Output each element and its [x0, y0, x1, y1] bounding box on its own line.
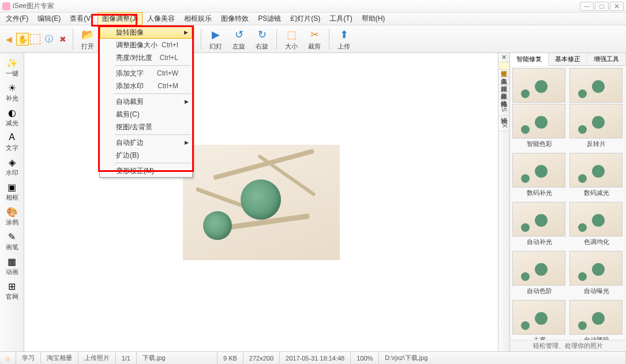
leftbar-补光[interactable]: ☀补光: [2, 80, 23, 104]
menu-item[interactable]: 添加文字Ctrl+W: [100, 67, 192, 80]
menu-item[interactable]: 自动裁剪▶: [100, 95, 192, 108]
status-3: 1/1: [116, 352, 137, 364]
menu-item[interactable]: 裁剪(C): [100, 108, 192, 121]
leftbar-动画[interactable]: ▦动画: [2, 254, 23, 277]
effect-thumb[interactable]: [569, 68, 623, 103]
image-adjust-menu: 旋转图像▶调整图像大小Ctrl+I亮度/对比度Ctrl+L添加文字Ctrl+W添…: [99, 25, 193, 178]
toolbar-icon: ⬚: [284, 28, 298, 42]
leftbar-label: 相框: [6, 193, 18, 202]
effect-label: 智能色彩: [512, 138, 567, 152]
leftbar-一键[interactable]: ✨一键: [2, 55, 23, 79]
panel-tabs: 智能修复基本修正增强工具: [510, 53, 626, 66]
status-home-icon[interactable]: ⌂: [0, 352, 16, 364]
maximize-button[interactable]: □: [595, 2, 609, 11]
panel-close-icon[interactable]: ✕: [498, 53, 509, 62]
menu-9[interactable]: 工具(T): [325, 12, 357, 25]
status-1[interactable]: 淘宝相册: [41, 352, 78, 364]
tool-delete[interactable]: ✖: [57, 33, 69, 46]
effect-thumb[interactable]: [512, 153, 565, 187]
menu-7[interactable]: PS滤镜: [253, 12, 286, 25]
vtab-4[interactable]: 风格特效: [498, 92, 509, 100]
effect-thumb[interactable]: [512, 104, 565, 138]
menu-item[interactable]: 旋转图像▶: [100, 26, 192, 39]
rptab-2[interactable]: 增强工具: [587, 53, 626, 65]
right-panel: ✕ 照片修复人像美容相框娱乐影楼效果风格特效PS滤镜EX 智能修复基本修正增强工…: [498, 53, 626, 351]
leftbar-label: 水印: [6, 168, 18, 177]
menu-8[interactable]: 幻灯片(S): [286, 12, 325, 25]
toolbar-label: 上传: [338, 42, 350, 51]
tool-info[interactable]: ⓘ: [43, 33, 55, 46]
menu-1[interactable]: 编辑(E): [33, 12, 65, 25]
toolbar-上传[interactable]: ⬆上传: [333, 26, 355, 52]
menu-4[interactable]: 人像美容: [143, 12, 179, 25]
menu-item[interactable]: 变形校正(M): [100, 164, 192, 177]
leftbar-水印[interactable]: ◈水印: [2, 155, 23, 178]
menu-item[interactable]: 亮度/对比度Ctrl+L: [100, 51, 192, 64]
toolbar-右旋[interactable]: ↻右旋: [251, 26, 273, 52]
toolbar-label: 裁剪: [308, 42, 321, 51]
toolbar-裁剪[interactable]: ✂裁剪: [303, 26, 325, 52]
effect-thumb[interactable]: [512, 300, 565, 335]
minimize-button[interactable]: ─: [580, 2, 594, 11]
menu-5[interactable]: 相框娱乐: [179, 12, 216, 25]
vtab-1[interactable]: 人像美容: [498, 70, 509, 77]
leftbar-涂鸦[interactable]: 🎨涂鸦: [2, 204, 23, 228]
leftbar-label: 涂鸦: [6, 218, 18, 227]
vtab-3[interactable]: 影楼效果: [498, 85, 509, 92]
leftbar-减光[interactable]: ◐减光: [2, 105, 23, 129]
menu-6[interactable]: 图像特效: [216, 12, 253, 25]
effect-thumb[interactable]: [512, 68, 565, 103]
effect-thumb[interactable]: [569, 202, 623, 237]
rptab-1[interactable]: 基本修正: [549, 53, 587, 65]
menu-10[interactable]: 帮助(H): [357, 12, 390, 25]
effect-thumb[interactable]: [569, 300, 623, 335]
status-2[interactable]: 上传照片: [78, 352, 116, 364]
effect-label: 数码补光: [512, 187, 567, 201]
tool-hand[interactable]: ✋: [16, 33, 29, 46]
menu-item[interactable]: 抠图/去背景: [100, 121, 192, 133]
vtab-2[interactable]: 相框娱乐: [498, 77, 509, 85]
effect-label: 自动色阶: [512, 286, 567, 299]
menu-2[interactable]: 查看(V): [65, 12, 98, 25]
toolbar-打开[interactable]: 📂打开: [77, 26, 99, 52]
rptab-0[interactable]: 智能修复: [510, 53, 549, 66]
leftbar-画笔[interactable]: ✎画笔: [2, 229, 23, 253]
effect-thumb[interactable]: [569, 251, 623, 286]
effect-thumb[interactable]: [512, 251, 565, 286]
menu-item[interactable]: 扩边(B): [100, 149, 192, 162]
toolbar-icon: ✂: [308, 28, 321, 42]
menu-item[interactable]: 添加水印Ctrl+M: [100, 80, 192, 92]
vtab-0[interactable]: 照片修复: [498, 62, 509, 70]
leftbar-官网[interactable]: ⊞官网: [2, 279, 23, 302]
menu-3[interactable]: 图像调整(J): [98, 12, 143, 25]
status-bar: ⌂ 学习淘宝相册上传照片1/1下载.jpg9 KB272x2002017-05-…: [0, 351, 626, 364]
effect-thumb[interactable]: [569, 153, 623, 187]
status-0[interactable]: 学习: [16, 352, 41, 364]
effect-label: 色调均化: [569, 237, 624, 250]
leftbar-文字[interactable]: A文字: [2, 130, 23, 153]
status-6: 272x200: [243, 352, 280, 364]
toolbar-左旋[interactable]: ↺左旋: [228, 26, 250, 52]
leftbar-icon: ☀: [6, 81, 18, 94]
status-7: 2017-05-31 18:14:48: [280, 352, 351, 364]
toolbar-大小[interactable]: ⬚大小: [280, 26, 302, 52]
vtab-6[interactable]: EX: [498, 116, 509, 132]
canvas-area[interactable]: [24, 53, 498, 351]
menu-0[interactable]: 文件(F): [1, 12, 33, 25]
vtab-5[interactable]: PS滤镜: [498, 100, 509, 116]
leftbar-icon: 🎨: [6, 205, 18, 218]
effect-thumb[interactable]: [569, 104, 623, 138]
effect-grid: 智能色彩反转片数码补光数码减光自动补光色调均化自动色阶自动曝光去雾自动降噪: [510, 66, 626, 340]
menu-item[interactable]: 调整图像大小Ctrl+I: [100, 39, 192, 51]
toolbar-幻灯[interactable]: ▶幻灯: [205, 26, 227, 52]
effect-thumb[interactable]: [512, 202, 565, 237]
toolbar-icon: ↻: [255, 28, 269, 42]
tool-nav-prev[interactable]: ◀: [2, 33, 15, 46]
tool-select[interactable]: [30, 34, 40, 44]
leftbar-相框[interactable]: ▣相框: [2, 179, 23, 203]
close-button[interactable]: ✕: [610, 2, 624, 11]
image-preview[interactable]: [183, 145, 340, 260]
toolbar-icon: 📂: [81, 28, 95, 42]
menu-item[interactable]: 自动扩边▶: [100, 136, 192, 149]
leftbar-label: 动画: [6, 268, 18, 276]
